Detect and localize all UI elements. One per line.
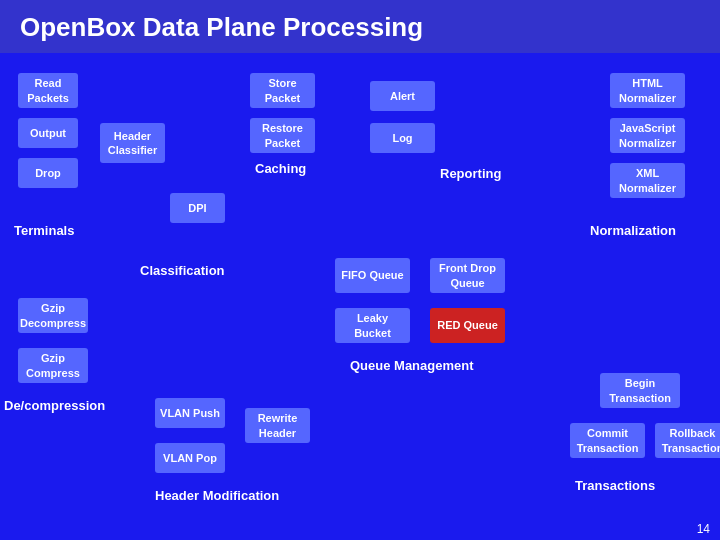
read-packets: ReadPackets [18, 73, 78, 108]
xml-normalizer: XMLNormalizer [610, 163, 685, 198]
begin-transaction: BeginTransaction [600, 373, 680, 408]
log: Log [370, 123, 435, 153]
caching-label: Caching [255, 161, 306, 176]
dpi: DPI [170, 193, 225, 223]
front-drop-queue: Front DropQueue [430, 258, 505, 293]
decompression-label: De/compression [4, 398, 105, 413]
page-number: 14 [697, 522, 710, 536]
queue-management-label: Queue Management [350, 358, 474, 373]
rollback-transaction: RollbackTransaction [655, 423, 720, 458]
output: Output [18, 118, 78, 148]
store-packet: StorePacket [250, 73, 315, 108]
gzip-decompress: GzipDecompress [18, 298, 88, 333]
gzip-compress: GzipCompress [18, 348, 88, 383]
reporting-label: Reporting [440, 166, 501, 181]
header-modification-label: Header Modification [155, 488, 279, 503]
leaky-bucket: LeakyBucket [335, 308, 410, 343]
vlan-push: VLAN Push [155, 398, 225, 428]
main-content: ReadPacketsOutputDropHeaderClassifierSto… [0, 63, 720, 540]
vlan-pop: VLAN Pop [155, 443, 225, 473]
transactions-label: Transactions [575, 478, 655, 493]
fifo-queue: FIFO Queue [335, 258, 410, 293]
normalization-label: Normalization [590, 223, 676, 238]
terminals-label: Terminals [14, 223, 74, 238]
javascript-normalizer: JavaScriptNormalizer [610, 118, 685, 153]
html-normalizer: HTMLNormalizer [610, 73, 685, 108]
red-queue: RED Queue [430, 308, 505, 343]
commit-transaction: CommitTransaction [570, 423, 645, 458]
classification-label: Classification [140, 263, 225, 278]
restore-packet: RestorePacket [250, 118, 315, 153]
alert: Alert [370, 81, 435, 111]
rewrite-header: RewriteHeader [245, 408, 310, 443]
drop: Drop [18, 158, 78, 188]
title-bar: OpenBox Data Plane Processing [0, 0, 720, 53]
page-title: OpenBox Data Plane Processing [20, 12, 700, 43]
header-classifier: HeaderClassifier [100, 123, 165, 163]
